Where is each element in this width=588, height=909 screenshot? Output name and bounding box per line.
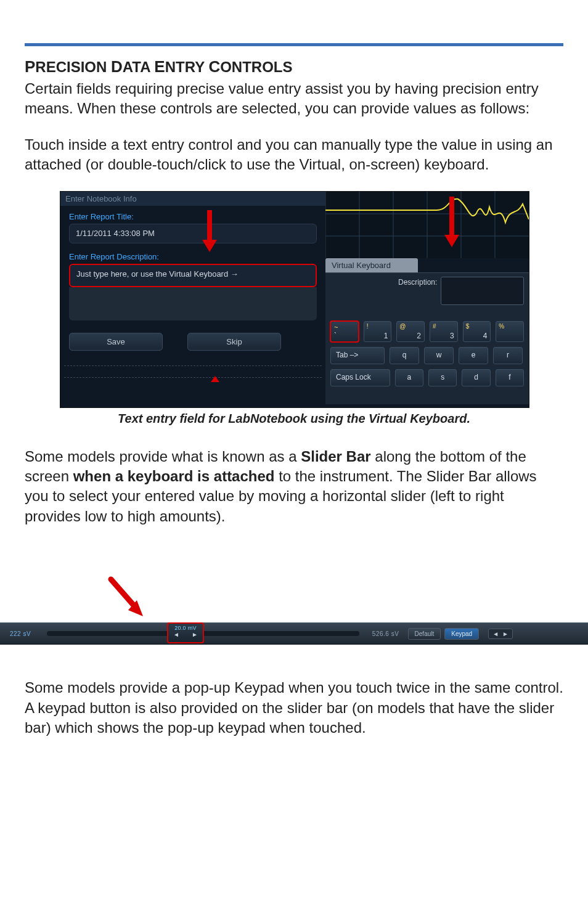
vk-description-label: Description: [398,277,437,287]
paragraph-4: Some models provide a pop-up Keypad when… [25,678,563,738]
caret-up-icon [211,376,219,382]
top-rule [25,43,563,46]
paragraph-3: Some models provide what is known as a S… [25,447,563,527]
key-3[interactable]: #3 [430,321,458,342]
slider-nav-buttons[interactable]: ◄ ► [488,629,513,639]
key-r[interactable]: r [493,347,523,364]
vk-key-row-3: Caps Lock a s d f [330,369,524,386]
waveform-signal-icon [325,192,529,258]
figure-1-caption: Text entry field for LabNotebook using t… [60,412,528,426]
slider-track[interactable]: 20.0 mV ◄► [47,631,359,636]
figure-virtual-keyboard: Enter Notebook Info Enter Report Title: … [60,191,529,408]
key-2[interactable]: @2 [396,321,425,342]
key-s[interactable]: s [428,369,457,386]
slider-knob-value: 20.0 mV [168,624,203,631]
key-tab[interactable]: Tab –> [330,347,385,364]
key-q[interactable]: q [390,347,419,364]
paragraph-1: Certain fields requiring precise value e… [25,79,563,119]
slider-left-readout: 222 sV [0,630,41,637]
section-heading: PRECISION DATA ENTRY CONTROLS [25,57,563,76]
virtual-keyboard-body: Description: ~` !1 @2 #3 $4 % Tab –> q [325,272,529,404]
save-button[interactable]: Save [69,333,163,351]
default-button[interactable]: Default [408,628,441,640]
key-w[interactable]: w [424,347,454,364]
key-e[interactable]: e [459,347,488,364]
term-slider-bar: Slider Bar [301,448,370,465]
report-description-label: Enter Report Description: [60,243,325,261]
notebook-info-panel: Enter Notebook Info Enter Report Title: … [60,192,325,407]
key-1[interactable]: !1 [364,321,392,342]
paragraph-2: Touch inside a text entry control and yo… [25,135,563,175]
key-backtick[interactable]: ~` [330,321,359,342]
key-a[interactable]: a [395,369,423,386]
report-description-extra[interactable] [69,287,317,320]
svg-line-12 [111,579,137,609]
annotation-arrow-3 [105,579,154,625]
svg-marker-13 [128,600,143,616]
vk-key-row-2: Tab –> q w e r [330,347,524,364]
vk-key-row-1: ~` !1 @2 #3 $4 % [330,321,524,342]
waveform-preview [325,192,529,258]
key-4[interactable]: $4 [463,321,491,342]
key-d[interactable]: d [462,369,490,386]
report-title-input[interactable]: 1/11/2011 4:33:08 PM [69,224,317,243]
nav-left-icon: ◄ [492,630,499,637]
virtual-keyboard-panel: Virtual Keyboard Description: ~` !1 @2 #… [325,192,529,407]
keypad-button[interactable]: Keypad [444,628,479,640]
vk-description-box[interactable] [441,277,524,305]
slider-bar: 222 sV 20.0 mV ◄► 526.6 sV Default Keypa… [0,622,588,645]
figure-slider-bar: 222 sV 20.0 mV ◄► 526.6 sV Default Keypa… [0,579,588,645]
key-5[interactable]: % [496,321,524,342]
key-capslock[interactable]: Caps Lock [330,369,390,386]
slider-right-readout: 526.6 sV [365,630,406,637]
key-f[interactable]: f [496,369,524,386]
report-description-input[interactable]: Just type here, or use the Virtual Keybo… [69,264,317,287]
nav-right-icon: ► [502,630,508,637]
report-title-label: Enter Report Title: [60,206,325,221]
slider-knob[interactable]: 20.0 mV ◄► [167,622,204,643]
skip-button[interactable]: Skip [187,333,281,351]
virtual-keyboard-tab[interactable]: Virtual Keyboard [325,258,418,272]
window-title: Enter Notebook Info [60,192,325,206]
bottom-scroll-region [64,365,322,378]
term-keyboard-attached: when a keyboard is attached [73,468,275,484]
slider-knob-arrows-icon: ◄► [168,631,203,638]
